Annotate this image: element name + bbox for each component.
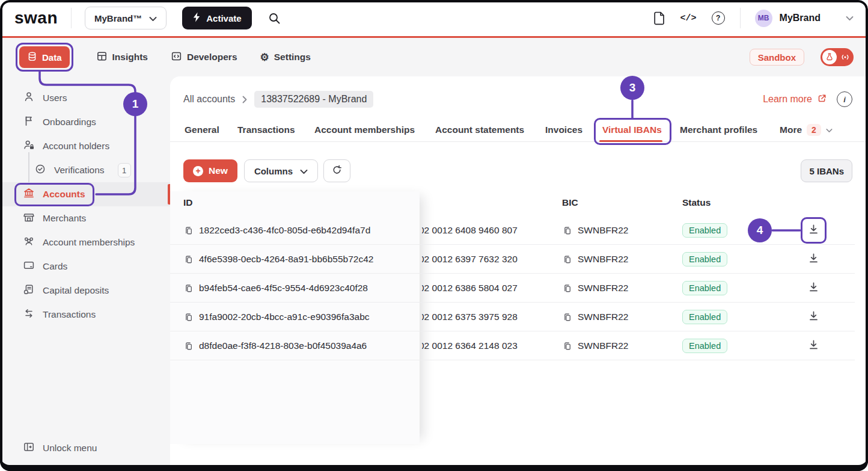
status-badge: Enabled — [682, 281, 727, 295]
status-cell: Enabled — [682, 274, 727, 303]
gear-icon: ⚙ — [260, 52, 269, 63]
copy-icon[interactable] — [183, 312, 193, 322]
annotation-step-1: 1 — [123, 92, 147, 116]
sidebar-item-accounts[interactable]: Accounts — [0, 182, 170, 206]
status-badge: Enabled — [682, 252, 727, 266]
chevron-down-icon — [300, 166, 308, 176]
project-selector[interactable]: MyBrand™ — [85, 7, 167, 29]
unlock-menu-container: Unlock menu — [0, 436, 170, 460]
nav-item-developers[interactable]: Developers — [171, 51, 237, 64]
unlock-menu-button[interactable]: Unlock menu — [0, 436, 170, 460]
copy-icon[interactable] — [562, 312, 572, 322]
download-icon — [807, 339, 820, 353]
tab-merchant-profiles[interactable]: Merchant profiles — [680, 118, 757, 142]
tab-account-memberships[interactable]: Account memberships — [314, 118, 415, 142]
tab-virtual-ibans[interactable]: Virtual IBANs — [602, 118, 662, 142]
help-icon[interactable]: ? — [712, 11, 725, 25]
status-badge: Enabled — [682, 339, 727, 353]
sidebar-item-cards[interactable]: Cards — [0, 254, 170, 279]
copy-icon[interactable] — [562, 226, 572, 236]
tab-transactions[interactable]: Transactions — [237, 118, 295, 142]
more-count-badge: 2 — [807, 124, 821, 136]
activate-label: Activate — [206, 13, 241, 23]
sandbox-badge: Sandbox — [750, 49, 804, 66]
column-header-id: ID — [183, 197, 193, 208]
sidebar-item-verifications[interactable]: Verifications 1 — [0, 158, 170, 182]
sidebar-item-capital-deposits[interactable]: Capital deposits — [0, 279, 170, 303]
tab-general[interactable]: General — [185, 118, 219, 142]
id-cell: 4f6e5398-0ecb-4264-8a91-bb6b55b72c42 — [183, 245, 373, 274]
copy-icon[interactable] — [562, 341, 572, 351]
learn-more-link[interactable]: Learn more — [763, 93, 827, 106]
app-window: swan MyBrand™ Activate </> ? M — [0, 0, 868, 471]
code-icon[interactable]: </> — [680, 13, 697, 23]
activate-button[interactable]: Activate — [182, 7, 251, 29]
bic-cell: SWNBFR22 — [562, 303, 628, 331]
person-lock-icon — [23, 139, 35, 153]
download-button[interactable] — [800, 274, 827, 303]
plus-icon: + — [193, 166, 203, 176]
nav-item-settings[interactable]: ⚙ Settings — [260, 52, 311, 63]
annotation-box-data: Data — [16, 43, 73, 72]
environment-toggle[interactable] — [821, 48, 854, 66]
database-icon — [27, 51, 37, 64]
table-row[interactable]: d8fde0ae-f3f8-4218-803e-b0f45039a4a6 02 … — [170, 331, 855, 360]
columns-dropdown[interactable]: Columns — [244, 159, 318, 182]
bank-icon — [23, 187, 35, 202]
new-button[interactable]: + New — [183, 159, 237, 182]
deposit-document-icon — [23, 283, 35, 298]
iban-count-badge: 5 IBANs — [801, 159, 852, 182]
nav-item-insights[interactable]: Insights — [96, 51, 148, 64]
bic-cell: SWNBFR22 — [562, 245, 628, 274]
breadcrumb-all-accounts[interactable]: All accounts — [183, 94, 235, 105]
storefront-icon — [23, 211, 35, 226]
download-button[interactable] — [800, 216, 827, 245]
header-divider-2 — [740, 8, 741, 28]
copy-icon[interactable] — [562, 283, 572, 294]
sidebar-item-account-holders[interactable]: Account holders — [0, 134, 170, 158]
signal-icon — [840, 53, 850, 63]
body-area: Users Onboardings Account holders Verifi… — [0, 76, 868, 471]
flask-icon — [822, 50, 837, 64]
download-button[interactable] — [800, 331, 827, 360]
document-icon[interactable] — [653, 11, 665, 25]
annotation-step-3: 3 — [620, 76, 644, 100]
sidebar-item-account-memberships[interactable]: Account memberships — [0, 230, 170, 254]
iban-cell: 02 0012 6364 2148 023 — [422, 331, 569, 360]
user-menu[interactable]: MB MyBrand — [755, 10, 854, 27]
tab-more[interactable]: More 2 — [780, 118, 833, 142]
search-icon[interactable] — [268, 12, 281, 25]
people-group-icon — [23, 235, 35, 250]
table-row[interactable]: 4f6e5398-0ecb-4264-8a91-bb6b55b72c42 02 … — [170, 245, 855, 274]
tab-account-statements[interactable]: Account statements — [435, 118, 524, 142]
tab-invoices[interactable]: Invoices — [545, 118, 582, 142]
top-header: swan MyBrand™ Activate </> ? M — [0, 0, 868, 38]
download-button[interactable] — [800, 245, 827, 274]
annotation-step-4: 4 — [748, 218, 772, 242]
copy-icon[interactable] — [183, 283, 193, 294]
sidebar: Users Onboardings Account holders Verifi… — [0, 76, 170, 471]
info-icon[interactable]: i — [837, 91, 852, 107]
breadcrumb: All accounts 13837522689 - MyBrand Learn… — [183, 89, 852, 109]
copy-icon[interactable] — [562, 254, 572, 265]
status-cell: Enabled — [682, 245, 727, 274]
table-row[interactable]: b94feb54-cae6-4f5c-9554-4d6923c40f28 02 … — [170, 274, 855, 303]
sidebar-item-merchants[interactable]: Merchants — [0, 206, 170, 230]
iban-cell: 02 0012 6397 7632 320 — [422, 245, 569, 274]
copy-icon[interactable] — [183, 226, 193, 236]
download-button[interactable] — [800, 303, 827, 331]
project-selector-label: MyBrand™ — [94, 13, 142, 23]
table-header: ID BIC Status — [170, 191, 868, 216]
status-cell: Enabled — [682, 331, 727, 360]
sidebar-item-transactions[interactable]: Transactions — [0, 303, 170, 327]
nav-item-data[interactable]: Data — [19, 46, 70, 68]
refresh-button[interactable] — [323, 159, 350, 182]
id-cell: b94feb54-cae6-4f5c-9554-4d6923c40f28 — [183, 274, 368, 303]
copy-icon[interactable] — [183, 254, 193, 265]
bic-cell: SWNBFR22 — [562, 274, 628, 303]
copy-icon[interactable] — [183, 341, 193, 351]
column-header-status: Status — [682, 197, 711, 208]
sidebar-item-onboardings[interactable]: Onboardings — [0, 110, 170, 134]
download-icon — [807, 252, 820, 266]
table-row[interactable]: 91fa9002-20cb-4bcc-a91c-e90396fa3abc 02 … — [170, 303, 855, 331]
